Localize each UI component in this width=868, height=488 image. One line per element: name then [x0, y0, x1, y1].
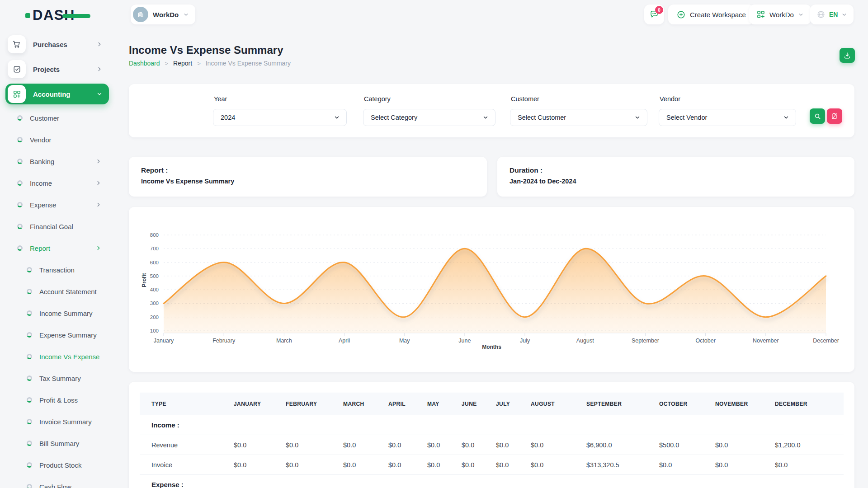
- sidebar-item-product-stock[interactable]: Product Stock: [0, 454, 114, 476]
- cell-value: $0.0: [527, 455, 583, 475]
- chevron-down-icon: [96, 91, 103, 97]
- section-label: Income :: [140, 415, 844, 435]
- sidebar-item-transaction[interactable]: Transaction: [0, 259, 114, 281]
- sidebar-item-invoice-summary[interactable]: Invoice Summary: [0, 411, 114, 432]
- svg-text:March: March: [276, 338, 292, 344]
- report-card: Report : Income Vs Expense Summary: [129, 157, 487, 197]
- chevron-down-icon: [634, 114, 641, 121]
- app-root: DASH Purchases Projects Accounting Custo…: [0, 0, 868, 488]
- table-header-row: TYPE JANUARY FEBRUARY MARCH APRIL MAY JU…: [140, 393, 844, 415]
- language-selector[interactable]: EN: [810, 5, 854, 24]
- sidebar-item-expense[interactable]: Expense: [0, 194, 114, 216]
- sidebar-item-bill-summary[interactable]: Bill Summary: [0, 432, 114, 454]
- download-button[interactable]: [840, 48, 855, 63]
- sidebar-item-account-statement[interactable]: Account Statement: [0, 281, 114, 302]
- sidebar-item-expense-summary[interactable]: Expense Summary: [0, 324, 114, 346]
- vendor-label: Vendor: [660, 95, 680, 103]
- chevron-down-icon: [783, 114, 789, 121]
- sidebar-item-cash-flow[interactable]: Cash Flow: [0, 476, 114, 488]
- year-label: Year: [214, 95, 227, 103]
- reset-filter-button[interactable]: [827, 108, 842, 124]
- check-square-icon: [8, 60, 26, 78]
- cell-value: $0.0: [230, 435, 282, 455]
- messages-button[interactable]: 0: [644, 5, 664, 24]
- svg-text:June: June: [458, 338, 471, 344]
- breadcrumb-report[interactable]: Report: [173, 60, 192, 67]
- sidebar-item-projects[interactable]: Projects: [5, 59, 109, 80]
- column-header: TYPE: [140, 393, 230, 415]
- svg-text:November: November: [753, 338, 779, 344]
- bullet-icon: [27, 375, 32, 381]
- cell-value: $0.0: [282, 435, 340, 455]
- column-header: AUGUST: [527, 393, 583, 415]
- column-header: APRIL: [385, 393, 424, 415]
- svg-text:December: December: [813, 338, 839, 344]
- apply-filter-button[interactable]: [810, 108, 825, 124]
- sidebar-item-income[interactable]: Income: [0, 172, 114, 194]
- cell-value: $0.0: [712, 455, 771, 475]
- cell-value: $0.0: [340, 455, 385, 475]
- customer-label: Customer: [511, 95, 539, 103]
- sidebar-item-income-summary[interactable]: Income Summary: [0, 302, 114, 324]
- year-select[interactable]: 2024: [213, 109, 347, 126]
- table-section-row: Income :: [140, 415, 844, 435]
- chevron-down-icon: [183, 12, 189, 18]
- bullet-icon: [17, 224, 23, 229]
- svg-text:January: January: [154, 338, 174, 344]
- svg-text:800: 800: [150, 232, 159, 238]
- cell-value: $0.0: [771, 455, 844, 475]
- vendor-select[interactable]: Select Vendor: [659, 109, 796, 126]
- breadcrumb-separator: >: [197, 60, 201, 67]
- chevron-right-icon: [96, 41, 103, 47]
- cell-value: $0.0: [340, 435, 385, 455]
- chevron-down-icon: [798, 12, 804, 18]
- cell-value: $500.0: [656, 435, 712, 455]
- bullet-icon: [17, 180, 23, 186]
- sidebar-item-profit-loss[interactable]: Profit & Loss: [0, 389, 114, 411]
- building-icon: [137, 10, 145, 19]
- company-dropdown[interactable]: WorkDo: [749, 5, 811, 24]
- workspace-selector[interactable]: WorkDo: [131, 5, 195, 24]
- sidebar-item-accounting[interactable]: Accounting: [5, 84, 109, 104]
- sidebar-item-financial-goal[interactable]: Financial Goal: [0, 216, 114, 237]
- breadcrumb-separator: >: [165, 60, 169, 67]
- bullet-icon: [17, 115, 23, 121]
- sidebar-item-income-vs-expense[interactable]: Income Vs Expense: [0, 346, 114, 367]
- plus-circle-icon: [676, 10, 686, 19]
- cell-value: $0.0: [458, 435, 492, 455]
- category-icon: [8, 85, 26, 103]
- bullet-icon: [17, 137, 23, 142]
- bullet-icon: [27, 289, 32, 294]
- sidebar-item-banking[interactable]: Banking: [0, 150, 114, 172]
- chart-x-axis-title: Months: [129, 344, 854, 350]
- breadcrumb-current: Income Vs Expense Summary: [206, 60, 291, 67]
- bullet-icon: [17, 245, 23, 251]
- svg-text:400: 400: [150, 287, 159, 292]
- svg-text:February: February: [212, 338, 236, 344]
- sidebar-item-vendor[interactable]: Vendor: [0, 129, 114, 150]
- sidebar-item-purchases[interactable]: Purchases: [5, 34, 109, 55]
- sidebar-item-report[interactable]: Report: [0, 237, 114, 259]
- sidebar-item-tax-summary[interactable]: Tax Summary: [0, 367, 114, 389]
- sidebar-item-customer[interactable]: Customer: [0, 107, 114, 129]
- column-header: JUNE: [458, 393, 492, 415]
- cell-value: $0.0: [527, 435, 583, 455]
- bullet-icon: [17, 202, 23, 207]
- svg-text:April: April: [339, 338, 350, 344]
- create-workspace-button[interactable]: Create Workspace: [668, 5, 754, 24]
- logo-text: DASH: [33, 6, 75, 24]
- breadcrumb-dashboard[interactable]: Dashboard: [129, 60, 160, 67]
- bullet-icon: [27, 354, 32, 359]
- column-header: NOVEMBER: [712, 393, 771, 415]
- chevron-right-icon: [95, 158, 102, 164]
- sidebar: DASH Purchases Projects Accounting Custo…: [0, 0, 114, 488]
- customer-select[interactable]: Select Customer: [510, 109, 647, 126]
- cell-value: $0.0: [385, 455, 424, 475]
- brand-logo[interactable]: DASH: [25, 6, 75, 24]
- bullet-icon: [27, 332, 32, 338]
- breadcrumb: Dashboard > Report > Income Vs Expense S…: [129, 60, 291, 67]
- category-select[interactable]: Select Category: [363, 109, 495, 126]
- income-expense-table: TYPE JANUARY FEBRUARY MARCH APRIL MAY JU…: [140, 393, 844, 488]
- cell-value: $6,900.0: [583, 435, 656, 455]
- svg-text:100: 100: [150, 328, 159, 333]
